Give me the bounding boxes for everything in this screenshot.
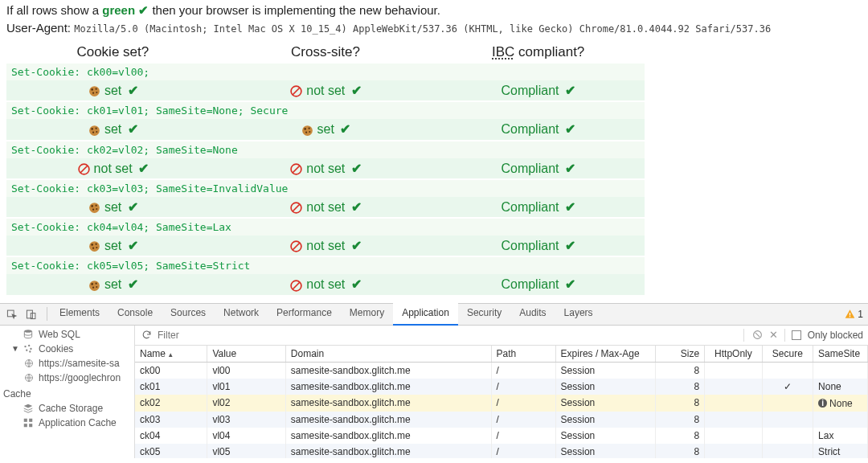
result-row: set ✔set ✔Compliant ✔ bbox=[6, 119, 645, 139]
cookie-cell: 8 bbox=[656, 444, 705, 458]
result-compliant: Compliant ✔ bbox=[432, 80, 645, 100]
result-cookie-set: set ✔ bbox=[6, 80, 219, 100]
cookie-cell: None bbox=[813, 379, 868, 395]
cookie-col-header[interactable]: SameSite bbox=[813, 346, 868, 363]
devtools-tab-sources[interactable]: Sources bbox=[162, 302, 215, 326]
cookie-col-header[interactable]: Secure bbox=[762, 346, 813, 363]
sidebar-item-label: Web SQL bbox=[39, 329, 80, 340]
svg-point-3 bbox=[92, 92, 94, 94]
sidebar-item-label: Cookies bbox=[39, 343, 73, 354]
only-blocked-checkbox[interactable] bbox=[792, 330, 801, 340]
cookie-row[interactable]: ck05vl05samesite-sandbox.glitch.me/Sessi… bbox=[135, 444, 868, 458]
devtools-tab-application[interactable]: Application bbox=[393, 302, 458, 326]
col-cookie-set: Cookie set? bbox=[6, 44, 219, 60]
cookie-col-header[interactable]: Value bbox=[207, 346, 285, 363]
cookie-cell: samesite-sandbox.glitch.me bbox=[285, 362, 491, 379]
cookie-cell: Session bbox=[555, 362, 656, 379]
sidebar-item[interactable]: ▼Cookies bbox=[0, 342, 134, 356]
result-cross-site: not set ✔ bbox=[219, 80, 432, 100]
cookie-col-header[interactable]: Name bbox=[135, 346, 207, 363]
cookie-cell: vl04 bbox=[207, 428, 285, 444]
devtools-warning-count[interactable]: 1 bbox=[845, 309, 863, 320]
inspect-icon[interactable] bbox=[5, 307, 19, 322]
cookie-row[interactable]: ck03vl03samesite-sandbox.glitch.me/Sessi… bbox=[135, 412, 868, 428]
devtools-tab-memory[interactable]: Memory bbox=[341, 302, 393, 326]
cookie-cell: samesite-sandbox.glitch.me bbox=[285, 444, 491, 458]
nosign-icon bbox=[289, 279, 303, 293]
set-cookie-header: Set-Cookie: ck02=vl02; SameSite=None bbox=[6, 141, 645, 158]
result-cookie-set: set ✔ bbox=[6, 119, 219, 139]
svg-point-24 bbox=[92, 209, 94, 211]
svg-point-49 bbox=[28, 344, 30, 346]
set-cookie-header: Set-Cookie: ck01=vl01; SameSite=None; Se… bbox=[6, 102, 645, 119]
user-agent-row: User-Agent: Mozilla/5.0 (Macintosh; Inte… bbox=[6, 21, 862, 35]
cookie-cell bbox=[762, 412, 813, 428]
cookie-cell: Session bbox=[555, 379, 656, 395]
svg-line-6 bbox=[293, 88, 301, 96]
sidebar-item[interactable]: Application Cache bbox=[0, 416, 134, 430]
cookie-col-header[interactable]: HttpOnly bbox=[705, 346, 762, 363]
nosign-icon bbox=[289, 240, 303, 253]
devtools-tab-network[interactable]: Network bbox=[215, 302, 268, 326]
svg-point-30 bbox=[95, 244, 96, 245]
sidebar-item-label: https://samesite-sa bbox=[39, 358, 120, 369]
svg-point-39 bbox=[96, 286, 97, 288]
svg-point-50 bbox=[30, 347, 31, 349]
devtools-tab-elements[interactable]: Elements bbox=[51, 302, 108, 326]
svg-point-36 bbox=[91, 283, 93, 285]
devtools-tab-layers[interactable]: Layers bbox=[555, 302, 602, 326]
devtools-tab-audits[interactable]: Audits bbox=[510, 302, 555, 326]
devtools-tab-security[interactable]: Security bbox=[458, 302, 510, 326]
cookie-cell: ck01 bbox=[135, 379, 207, 395]
devtools-tab-performance[interactable]: Performance bbox=[268, 302, 341, 326]
sidebar-item[interactable]: Web SQL bbox=[0, 327, 134, 342]
svg-point-52 bbox=[29, 350, 31, 352]
result-row: set ✔not set ✔Compliant ✔ bbox=[6, 197, 645, 217]
cookie-cell bbox=[705, 444, 762, 458]
result-cross-site: set ✔ bbox=[219, 119, 432, 139]
clear-filter-icon[interactable] bbox=[752, 330, 763, 340]
svg-rect-43 bbox=[27, 310, 32, 318]
nosign-icon bbox=[289, 162, 303, 176]
db-icon bbox=[23, 329, 34, 340]
cookie-row[interactable]: ck04vl04samesite-sandbox.glitch.me/Sessi… bbox=[135, 428, 868, 444]
cookie-col-header[interactable]: Path bbox=[491, 346, 555, 363]
svg-point-15 bbox=[305, 131, 307, 133]
result-compliant: Compliant ✔ bbox=[432, 197, 645, 217]
cookie-col-header[interactable]: Expires / Max-Age bbox=[555, 346, 656, 363]
sidebar-item[interactable]: https://googlechron bbox=[0, 371, 134, 385]
cookie-cell: / bbox=[491, 428, 555, 444]
nosign-icon bbox=[77, 162, 91, 176]
cookie-row[interactable]: ck02vl02samesite-sandbox.glitch.me/Sessi… bbox=[135, 395, 868, 412]
result-row: not set ✔not set ✔Compliant ✔ bbox=[6, 158, 645, 178]
devtools-tab-console[interactable]: Console bbox=[108, 302, 162, 326]
check-icon: ✔ bbox=[351, 239, 362, 252]
cookie-cell: ck02 bbox=[135, 395, 207, 412]
close-filter-icon[interactable]: ✕ bbox=[769, 330, 778, 340]
cookie-cell: 8 bbox=[656, 428, 705, 444]
svg-point-1 bbox=[91, 88, 93, 91]
cookie-col-header[interactable]: Size bbox=[656, 346, 705, 363]
filter-input[interactable] bbox=[158, 330, 739, 341]
refresh-icon[interactable] bbox=[140, 329, 153, 342]
cookie-row[interactable]: ck00vl00samesite-sandbox.glitch.me/Sessi… bbox=[135, 362, 868, 379]
svg-point-10 bbox=[92, 131, 94, 133]
result-compliant: Compliant ✔ bbox=[432, 158, 645, 178]
svg-point-14 bbox=[308, 127, 309, 129]
cookie-cell bbox=[705, 379, 762, 395]
result-cookie-set: set ✔ bbox=[6, 236, 219, 256]
cookie-cell: Session bbox=[555, 412, 656, 428]
svg-point-35 bbox=[89, 281, 100, 291]
samesite-warning: iNone bbox=[818, 398, 853, 409]
sidebar-item[interactable]: Cache Storage bbox=[0, 401, 134, 416]
set-cookie-header: Set-Cookie: ck03=vl03; SameSite=InvalidV… bbox=[6, 180, 645, 197]
svg-point-47 bbox=[24, 330, 31, 333]
check-icon: ✔ bbox=[351, 277, 362, 291]
cookie-cell bbox=[705, 428, 762, 444]
cookie-cell: 8 bbox=[656, 379, 705, 395]
device-toggle-icon[interactable] bbox=[24, 307, 39, 322]
cookie-row[interactable]: ck01vl01samesite-sandbox.glitch.me/Sessi… bbox=[135, 379, 868, 395]
sidebar-item[interactable]: https://samesite-sa bbox=[0, 356, 134, 371]
test-table: Cookie set? Cross-site? IBC compliant? S… bbox=[0, 44, 651, 295]
cookie-col-header[interactable]: Domain bbox=[285, 346, 491, 363]
